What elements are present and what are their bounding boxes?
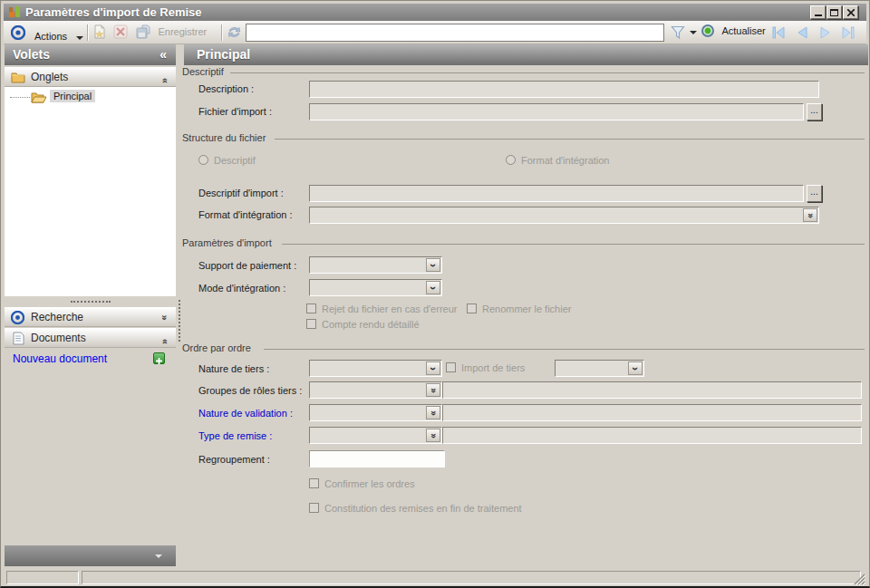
chevron-double-down-icon[interactable]: »: [159, 314, 169, 320]
window-title: Paramètres d'import de Remise: [25, 4, 202, 21]
nature-tiers-combo[interactable]: ›: [309, 360, 442, 377]
renommer-fichier-label: Renommer le fichier: [482, 304, 571, 314]
rejet-fichier-checkbox[interactable]: [306, 304, 316, 313]
new-document-link[interactable]: Nouveau document: [13, 352, 107, 365]
type-remise-field[interactable]: [442, 427, 862, 444]
fichier-import-field[interactable]: [309, 103, 804, 120]
descriptif-import-field[interactable]: [309, 185, 804, 202]
regroupement-label: Regroupement :: [198, 454, 270, 465]
chevron-double-up-icon[interactable]: »: [155, 78, 173, 83]
maximize-button[interactable]: [826, 5, 842, 19]
add-document-button[interactable]: [153, 352, 165, 364]
actions-button[interactable]: Actions: [29, 24, 89, 41]
nature-validation-dropdown-button[interactable]: »: [426, 406, 440, 419]
regroupement-input[interactable]: [309, 450, 445, 468]
sync-icon: [227, 24, 242, 40]
format-integration-dropdown-button[interactable]: »: [803, 208, 817, 222]
radio-format-integration[interactable]: [506, 155, 516, 165]
format-integration-combo[interactable]: »: [309, 207, 819, 224]
nature-tiers-dropdown-button[interactable]: ›: [426, 361, 440, 375]
chevron-double-down-icon: »: [429, 388, 438, 393]
collapse-panel-icon[interactable]: «: [160, 44, 167, 65]
mode-integration-dropdown-button[interactable]: ›: [426, 281, 440, 294]
type-remise-combo[interactable]: »: [309, 427, 442, 444]
description-label: Description :: [198, 83, 254, 94]
support-paiement-dropdown-button[interactable]: ›: [426, 258, 440, 272]
sidebar-section-recherche[interactable]: Recherche »: [5, 307, 176, 327]
minimize-button[interactable]: [810, 5, 826, 19]
title-bar[interactable]: Paramètres d'import de Remise: [4, 4, 866, 21]
radio-descriptif[interactable]: [198, 155, 208, 165]
compte-rendu-checkbox[interactable]: [306, 319, 316, 329]
sync-button[interactable]: [227, 24, 245, 41]
resize-grip[interactable]: [854, 574, 865, 585]
support-paiement-combo[interactable]: ›: [309, 256, 442, 274]
groupes-roles-dropdown-button[interactable]: »: [426, 383, 440, 397]
import-tiers-checkbox[interactable]: [446, 362, 456, 372]
sidebar-section-documents[interactable]: Documents »: [5, 328, 176, 348]
group-title-parametres: Paramètres d'import: [182, 237, 272, 248]
recherche-label: Recherche: [31, 308, 83, 326]
chevron-down-icon: ›: [630, 367, 641, 371]
nature-validation-combo[interactable]: »: [309, 404, 442, 421]
chevron-double-down-icon: »: [429, 433, 438, 439]
descriptif-import-label: Descriptif d'import :: [198, 188, 284, 198]
import-tiers-label: Import de tiers: [461, 362, 525, 373]
constitution-remises-label: Constitution des remises en fin de trait…: [324, 503, 522, 514]
status-panel-left: [6, 571, 79, 584]
main-header-label: Principal: [197, 47, 250, 62]
save-button[interactable]: Enregistrer: [136, 24, 219, 41]
open-folder-icon: [31, 91, 47, 103]
next-record-icon[interactable]: [819, 26, 832, 39]
new-document-icon: [92, 24, 107, 39]
type-remise-dropdown-button[interactable]: »: [426, 429, 440, 442]
chevron-double-down-icon: »: [806, 213, 815, 218]
filter-caret-icon[interactable]: [690, 31, 697, 34]
fichier-import-label: Fichier d'import :: [198, 106, 272, 117]
rejet-fichier-label: Rejet du fichier en cas d'erreur: [322, 304, 457, 314]
delete-button[interactable]: [113, 24, 131, 41]
sidebar-splitter[interactable]: [5, 296, 176, 307]
first-record-icon[interactable]: [772, 26, 786, 39]
previous-record-icon[interactable]: [796, 26, 808, 39]
groupes-roles-field[interactable]: [442, 381, 862, 399]
toolbar: Actions Enregistrer: [4, 21, 866, 44]
fichier-import-browse-button[interactable]: ...: [807, 103, 822, 120]
sidebar: Volets « Onglets » Principal: [5, 44, 176, 569]
sidebar-section-onglets[interactable]: Onglets »: [5, 67, 176, 87]
radio-format-integration-label: Format d'intégration: [521, 155, 609, 166]
save-label: Enregistrer: [158, 26, 207, 37]
sidebar-bottom-bar[interactable]: [5, 545, 176, 566]
new-document-button[interactable]: [92, 24, 111, 41]
last-record-icon[interactable]: [841, 26, 855, 39]
search-input[interactable]: [246, 24, 664, 42]
vertical-splitter[interactable]: [179, 300, 180, 342]
constitution-remises-checkbox[interactable]: [309, 503, 319, 513]
import-tiers-combo[interactable]: ›: [555, 360, 644, 377]
delete-icon: [113, 24, 128, 39]
refresh-label: Actualiser: [721, 25, 765, 36]
nature-validation-field[interactable]: [442, 404, 862, 421]
chevron-double-up-icon[interactable]: »: [155, 339, 173, 344]
group-line: [282, 244, 865, 245]
renommer-fichier-checkbox[interactable]: [467, 304, 477, 313]
tabs-tree: Principal: [5, 87, 176, 296]
sidebar-header: Volets «: [5, 44, 176, 65]
group-title-structure: Structure du fichier: [182, 132, 266, 143]
groupes-roles-combo[interactable]: »: [309, 381, 442, 399]
description-field[interactable]: [309, 81, 819, 98]
format-integration-label: Format d'intégration :: [198, 209, 293, 220]
status-panel-main: [82, 571, 861, 584]
chevron-down-icon: [155, 554, 162, 558]
close-button[interactable]: [843, 5, 858, 19]
mode-integration-combo[interactable]: ›: [309, 279, 442, 296]
confirmer-ordres-checkbox[interactable]: [309, 478, 319, 488]
group-title-ordre: Ordre par ordre: [182, 342, 251, 353]
app-window: Paramètres d'import de Remise Actions: [0, 0, 870, 588]
tree-item-principal[interactable]: Principal: [50, 90, 95, 102]
document-icon: [13, 332, 24, 345]
filter-icon[interactable]: [671, 25, 685, 40]
descriptif-import-browse-button[interactable]: ...: [807, 185, 822, 202]
refresh-button[interactable]: Actualiser: [701, 24, 768, 41]
import-tiers-dropdown-button[interactable]: ›: [628, 361, 643, 375]
